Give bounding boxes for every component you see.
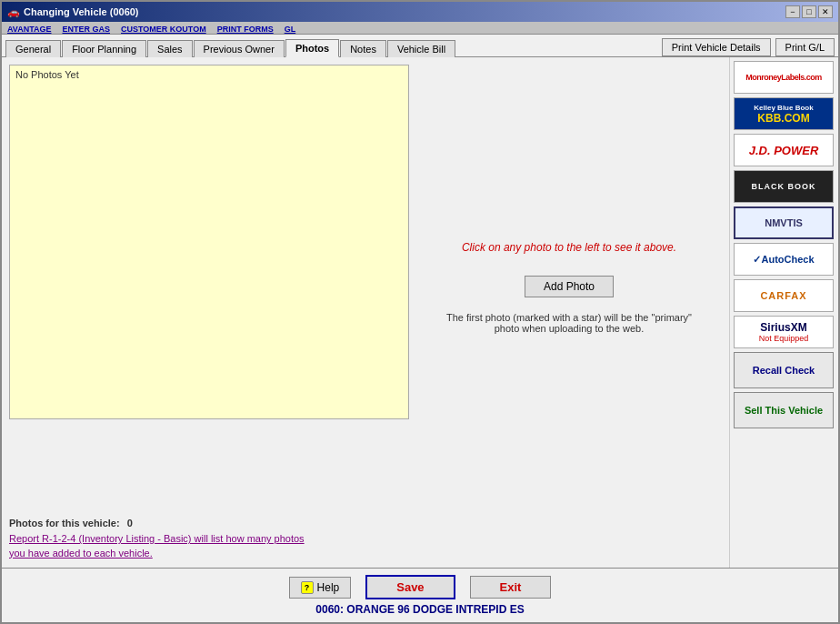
close-button[interactable]: ✕ — [818, 5, 833, 18]
photo-thumbnails: No Photos Yet — [9, 65, 409, 419]
tab-floor-planning-label: Floor Planning — [72, 44, 136, 55]
tab-previous-owner[interactable]: Previous Owner — [194, 40, 285, 57]
kbb-logo-text: KBB.COM — [757, 112, 809, 125]
carfax-logo[interactable]: CARFAX — [734, 279, 834, 312]
nav-item-print[interactable]: PRINT FORMS — [212, 25, 279, 34]
right-sidebar: MonroneyLabels.com Kelley Blue Book KBB.… — [729, 57, 838, 568]
title-bar-left: 🚗 Changing Vehicle (0060) — [7, 6, 139, 18]
siriusxm-logo[interactable]: SiriusXM Not Equipped — [734, 316, 834, 348]
tab-general[interactable]: General — [5, 40, 61, 57]
main-window: 🚗 Changing Vehicle (0060) − □ ✕ AVANTAGE… — [0, 0, 840, 624]
nav-item-entergas[interactable]: ENTER GAS — [57, 25, 116, 34]
blackbook-logo-text: BLACK BOOK — [752, 182, 816, 191]
add-photo-button[interactable]: Add Photo — [525, 276, 614, 297]
tab-previous-owner-label: Previous Owner — [204, 44, 275, 55]
tab-general-label: General — [15, 44, 51, 55]
save-button[interactable]: Save — [365, 575, 455, 599]
tab-floor-planning[interactable]: Floor Planning — [62, 40, 146, 57]
tab-photos-label: Photos — [295, 43, 329, 54]
siriusxm-logo-text: SiriusXM — [760, 321, 806, 334]
maximize-button[interactable]: □ — [802, 5, 816, 18]
tab-sales-label: Sales — [157, 44, 183, 55]
nav-item-gl[interactable]: GL — [279, 25, 302, 34]
nav-item-customer[interactable]: CUSTOMER KOUTOM — [115, 25, 212, 34]
autocheck-logo[interactable]: ✓AutoCheck — [734, 243, 834, 276]
window-title: Changing Vehicle (0060) — [24, 6, 139, 17]
kbb-logo-top: Kelley Blue Book — [754, 104, 813, 112]
recall-check-button[interactable]: Recall Check — [734, 352, 834, 388]
carfax-logo-text: CARFAX — [760, 290, 806, 301]
kbb-logo[interactable]: Kelley Blue Book KBB.COM — [734, 97, 834, 130]
tab-notes[interactable]: Notes — [340, 40, 386, 57]
print-gl-button[interactable]: Print G/L — [775, 38, 835, 56]
nav-item-avantage[interactable]: AVANTAGE — [2, 25, 57, 34]
no-photos-label: No Photos Yet — [10, 65, 408, 84]
photos-count-value: 0 — [127, 518, 133, 528]
tab-photos[interactable]: Photos — [285, 39, 339, 57]
bottom-bar: ? Help Save Exit 0060: ORANGE 96 DODGE I… — [2, 568, 838, 622]
photo-area-wrapper: No Photos Yet Click on any photo to the … — [9, 65, 722, 510]
main-content: No Photos Yet Click on any photo to the … — [2, 56, 838, 568]
report-link[interactable]: Report R-1-2-4 (Inventory Listing - Basi… — [9, 532, 318, 560]
jdpower-logo[interactable]: J.D. POWER — [734, 134, 834, 166]
title-bar-controls: − □ ✕ — [785, 5, 833, 18]
siriusxm-not-equipped: Not Equipped — [759, 334, 809, 343]
left-panel: No Photos Yet Click on any photo to the … — [2, 57, 729, 568]
tab-sales[interactable]: Sales — [147, 40, 193, 57]
tab-vehicle-bill[interactable]: Vehicle Bill — [387, 40, 455, 57]
primary-photo-note: The first photo (marked with a star) wil… — [442, 312, 696, 334]
help-icon: ? — [301, 581, 314, 594]
nmvtis-logo-text: NMVTIS — [765, 217, 803, 228]
preview-text: Click on any photo to the left to see it… — [462, 241, 676, 254]
monroney-logo-text: MonroneyLabels.com — [745, 73, 822, 82]
tab-vehicle-bill-label: Vehicle Bill — [397, 44, 445, 55]
title-bar: 🚗 Changing Vehicle (0060) − □ ✕ — [2, 2, 838, 22]
minimize-button[interactable]: − — [785, 5, 800, 18]
vehicle-label: 0060: ORANGE 96 DODGE INTREPID ES — [315, 603, 524, 616]
photos-info: Photos for this vehicle: 0 Report R-1-2-… — [9, 518, 722, 560]
autocheck-logo-text: ✓AutoCheck — [753, 254, 814, 266]
jdpower-logo-text: J.D. POWER — [749, 144, 819, 157]
sell-vehicle-button[interactable]: Sell This Vehicle — [734, 392, 834, 428]
tab-notes-label: Notes — [350, 44, 376, 55]
exit-button[interactable]: Exit — [470, 576, 552, 599]
bottom-buttons: ? Help Save Exit — [289, 575, 552, 599]
photos-count-label: Photos for this vehicle: — [9, 518, 120, 528]
monroney-logo[interactable]: MonroneyLabels.com — [734, 61, 834, 94]
help-label: Help — [317, 581, 340, 594]
help-button[interactable]: ? Help — [289, 577, 352, 599]
window-icon: 🚗 — [7, 6, 20, 18]
top-nav: AVANTAGE ENTER GAS CUSTOMER KOUTOM PRINT… — [2, 22, 838, 35]
photo-preview: Click on any photo to the left to see it… — [416, 65, 722, 510]
nmvtis-logo[interactable]: NMVTIS — [734, 206, 834, 239]
print-vehicle-details-button[interactable]: Print Vehicle Details — [662, 38, 771, 56]
blackbook-logo[interactable]: BLACK BOOK — [734, 170, 834, 203]
photos-count-row: Photos for this vehicle: 0 — [9, 518, 722, 528]
tabs-row: General Floor Planning Sales Previous Ow… — [2, 35, 838, 56]
